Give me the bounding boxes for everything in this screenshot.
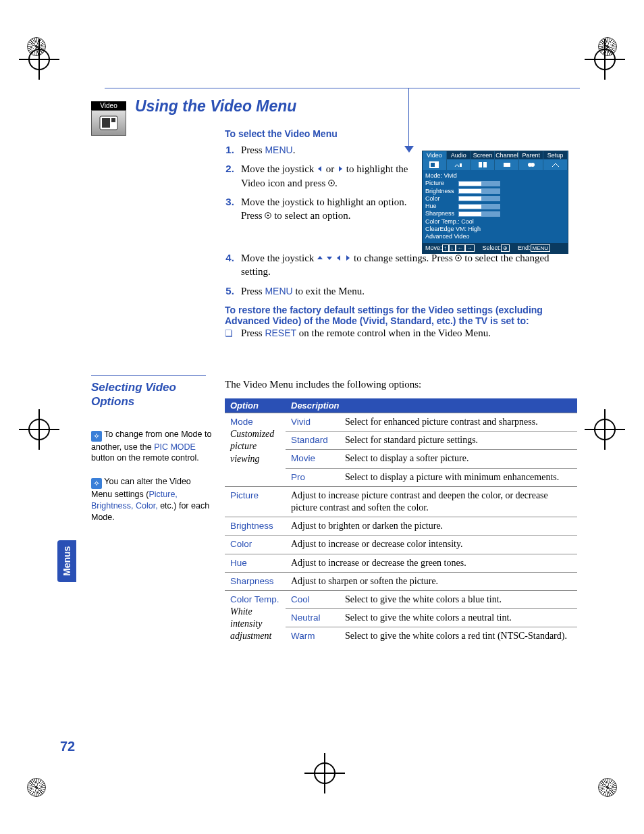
arrow-left-icon [317,165,323,172]
osd-footer: Move:↑↓←→ Select:⊕ End:MENU [423,243,568,253]
bullet-icon: ❏ [225,328,233,340]
osd-body: Mode: Vivid Picture Brightness Color Hue… [423,170,568,243]
osd-tab-icon [471,159,495,170]
step-3: Move the joystick to highlight an option… [237,195,427,223]
osd-tab-icon [423,159,447,170]
opt-hue: Hue [225,554,286,572]
enter-icon [265,212,271,219]
osd-tab-icon [447,159,471,170]
osd-mode: Mode: Vivid [425,172,565,180]
video-icon [91,110,126,136]
opt-color: Color [225,536,286,554]
svg-rect-1 [102,118,110,128]
osd-tab-icon [543,159,568,170]
page-number: 72 [60,739,75,754]
arrow-left-icon [336,255,342,261]
reset-keyword: RESET [265,328,296,338]
opt-brightness: Brightness [225,517,286,536]
svg-point-4 [331,182,332,183]
svg-rect-2 [111,118,115,122]
menu-keyword: MENU [265,145,292,155]
svg-point-8 [458,257,459,259]
svg-rect-10 [431,163,435,167]
section-title: Selecting Video Options [91,375,206,409]
osd-tab: Channel [495,151,519,159]
osd-tabs: Video Audio Screen Channel Parent Setup [423,151,568,159]
steps-list-cont: Move the joystick to change settings. Pr… [225,251,576,298]
opt-colortemp: Color Temp. [230,594,279,604]
osd-slider [458,188,500,194]
osd-tab: Screen [471,151,495,159]
step-1: Press MENU. [237,143,427,157]
crop-target [28,49,50,70]
step-5: Press MENU to exit the Menu. [237,284,576,298]
opt-cool: Cool [286,590,340,608]
th-option: Option [225,398,286,413]
section-tab: Menus [57,540,76,582]
registration-mark [598,778,617,797]
opt-picture: Picture [225,486,286,517]
osd-slider [458,196,500,201]
steps-list: Press MENU. Move the joystick or to high… [225,143,427,222]
crop-target [314,762,336,784]
page-title: Using the Video Menu [135,97,296,115]
crop-target [594,49,616,70]
options-table: OptionDescription ModeCustomized picture… [225,398,577,646]
enter-icon [455,255,462,261]
registration-mark [27,778,46,797]
opt-mode: Mode [230,417,253,427]
osd-tab: Video [423,151,447,159]
svg-point-16 [531,163,535,167]
enter-icon [328,180,335,186]
opt-movie: Movie [286,450,340,468]
osd-slider [458,181,500,186]
osd-tab: Setup [543,151,568,159]
opt-standard: Standard [286,432,340,450]
svg-rect-13 [483,162,487,167]
osd-tab: Audio [447,151,471,159]
opt-vivid: Vivid [286,413,340,432]
arrow-right-icon [337,165,344,172]
osd-slider [458,211,500,217]
intro-text: The Video Menu includes the following op… [225,379,421,390]
tip-icon: ✧ [91,431,102,442]
tip-icon: ✧ [91,478,102,489]
svg-rect-11 [460,163,462,167]
opt-neutral: Neutral [286,609,340,627]
restore-heading: To restore the factory default settings … [225,305,576,326]
th-description: Description [286,398,577,413]
osd-slider [458,204,500,209]
arrow-up-icon [317,255,323,261]
osd-tab-icon [519,159,543,170]
step-4: Move the joystick to change settings. Pr… [237,251,576,279]
arrow-down-icon [326,255,333,261]
svg-rect-12 [479,162,482,167]
video-icon-label: Video [91,101,126,110]
select-heading: To select the Video Menu [225,128,427,139]
tip-1: ✧ To change from one Mode to another, us… [91,429,213,465]
step-2: Move the joystick or to highlight the Vi… [237,162,427,190]
opt-pro: Pro [286,468,340,486]
tip-2: ✧ You can alter the Video Menu settings … [91,476,213,523]
menu-keyword: MENU [265,286,292,296]
svg-rect-14 [504,163,510,167]
video-icon-badge: Video [91,101,126,136]
opt-sharpness: Sharpness [225,572,286,590]
header-rule [105,88,580,88]
osd-tab: Parent [519,151,543,159]
osd-icon-row [423,159,568,170]
osd-screenshot: Video Audio Screen Channel Parent Setup … [422,151,568,254]
restore-bullet: ❏ Press RESET on the remote control when… [225,328,576,340]
opt-warm: Warm [286,627,340,646]
crop-target [28,419,50,440]
osd-tab-icon [495,159,519,170]
arrow-right-icon [344,255,351,261]
crop-target [594,419,616,440]
svg-point-6 [267,215,269,216]
